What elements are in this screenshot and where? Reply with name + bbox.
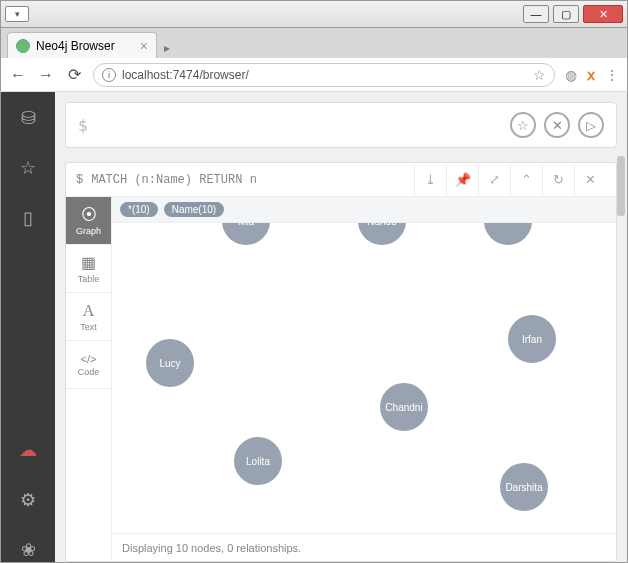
window-maximize-button[interactable]: ▢ (553, 5, 579, 23)
tab-close-icon[interactable]: × (140, 38, 148, 54)
sidebar-documents-icon[interactable]: ▯ (16, 206, 40, 230)
result-prompt: $ (76, 173, 83, 187)
sidebar-favorites-icon[interactable]: ☆ (16, 156, 40, 180)
extension-icon-1[interactable]: ◍ (565, 67, 577, 83)
sidebar-database-icon[interactable]: ⛁ (16, 106, 40, 130)
graph-node[interactable]: Chandni (380, 383, 428, 431)
app-sidebar: ⛁ ☆ ▯ ☁ ⚙ ❀ (1, 92, 55, 562)
table-icon: ▦ (81, 253, 96, 272)
window-minimize-button[interactable]: — (523, 5, 549, 23)
extension-icon-2[interactable]: ⅹ (587, 67, 595, 83)
graph-node[interactable]: Mia (222, 223, 270, 245)
editor-run-button[interactable]: ▷ (578, 112, 604, 138)
scrollbar-thumb[interactable] (617, 156, 625, 216)
browser-tab-active[interactable]: Neo4j Browser × (7, 32, 157, 58)
reload-button[interactable]: ⟳ (65, 65, 83, 84)
result-download-button[interactable]: ⤓ (414, 164, 446, 196)
neo4j-app: ⛁ ☆ ▯ ☁ ⚙ ❀ $ ☆ ✕ ▷ $ MATCH (n:Name) RET… (0, 92, 628, 563)
view-tab-label: Table (78, 274, 100, 284)
window-close-button[interactable]: ✕ (583, 5, 623, 23)
result-close-button[interactable]: ✕ (574, 164, 606, 196)
graph-node[interactable]: Lolita (234, 437, 282, 485)
graph-node[interactable]: Nandu (358, 223, 406, 245)
view-tab-label: Code (78, 367, 100, 377)
forward-button[interactable]: → (37, 66, 55, 84)
editor-clear-button[interactable]: ✕ (544, 112, 570, 138)
neo4j-favicon (16, 39, 30, 53)
view-tab-text[interactable]: A Text (66, 293, 111, 341)
label-pill-row: *(10) Name(10) (112, 197, 616, 223)
window-dropdown[interactable]: ▾ (5, 6, 29, 22)
browser-toolbar: ← → ⟳ i localhost:7474/browser/ ☆ ◍ ⅹ ⋮ (0, 58, 628, 92)
window-titlebar: ▾ — ▢ ✕ (0, 0, 628, 28)
graph-icon: ⦿ (81, 206, 97, 224)
url-text: localhost:7474/browser/ (122, 68, 249, 82)
view-tab-label: Graph (76, 226, 101, 236)
bookmark-star-icon[interactable]: ☆ (533, 67, 546, 83)
result-expand-button[interactable]: ⤢ (478, 164, 510, 196)
label-pill-name[interactable]: Name(10) (164, 202, 224, 217)
browser-menu-icon[interactable]: ⋮ (605, 67, 619, 83)
result-pin-button[interactable]: 📌 (446, 164, 478, 196)
tab-title: Neo4j Browser (36, 39, 115, 53)
browser-tab-strip: Neo4j Browser × ▸ (0, 28, 628, 58)
result-collapse-button[interactable]: ⌃ (510, 164, 542, 196)
app-main: $ ☆ ✕ ▷ $ MATCH (n:Name) RETURN n ⤓ 📌 ⤢ … (55, 92, 627, 562)
label-pill-all[interactable]: *(10) (120, 202, 158, 217)
result-body: ⦿ Graph ▦ Table A Text </> Code (66, 197, 616, 561)
sidebar-about-icon[interactable]: ❀ (16, 538, 40, 562)
result-refresh-button[interactable]: ↻ (542, 164, 574, 196)
result-query-text: MATCH (n:Name) RETURN n (91, 173, 257, 187)
view-tab-code[interactable]: </> Code (66, 341, 111, 389)
text-icon: A (83, 302, 95, 320)
view-tab-graph[interactable]: ⦿ Graph (66, 197, 111, 245)
graph-canvas[interactable]: MiaNanduIrfanLucyChandniLolitaDarshita (112, 223, 616, 533)
result-header: $ MATCH (n:Name) RETURN n ⤓ 📌 ⤢ ⌃ ↻ ✕ (66, 163, 616, 197)
graph-node[interactable]: Irfan (508, 315, 556, 363)
sidebar-settings-icon[interactable]: ⚙ (16, 488, 40, 512)
view-tab-table[interactable]: ▦ Table (66, 245, 111, 293)
editor-prompt: $ (78, 116, 88, 135)
result-frame: $ MATCH (n:Name) RETURN n ⤓ 📌 ⤢ ⌃ ↻ ✕ ⦿ … (65, 162, 617, 562)
cypher-editor[interactable]: $ ☆ ✕ ▷ (65, 102, 617, 148)
site-info-icon[interactable]: i (102, 68, 116, 82)
back-button[interactable]: ← (9, 66, 27, 84)
editor-favorite-button[interactable]: ☆ (510, 112, 536, 138)
result-status-bar: Displaying 10 nodes, 0 relationships. (112, 533, 616, 561)
new-tab-button[interactable]: ▸ (157, 38, 177, 58)
result-view-tabs: ⦿ Graph ▦ Table A Text </> Code (66, 197, 112, 561)
graph-node[interactable]: Lucy (146, 339, 194, 387)
sidebar-cloud-icon[interactable]: ☁ (16, 438, 40, 462)
graph-node[interactable] (484, 223, 532, 245)
code-icon: </> (81, 353, 97, 365)
graph-panel: *(10) Name(10) MiaNanduIrfanLucyChandniL… (112, 197, 616, 561)
view-tab-label: Text (80, 322, 97, 332)
graph-node[interactable]: Darshita (500, 463, 548, 511)
address-bar[interactable]: i localhost:7474/browser/ ☆ (93, 63, 555, 87)
